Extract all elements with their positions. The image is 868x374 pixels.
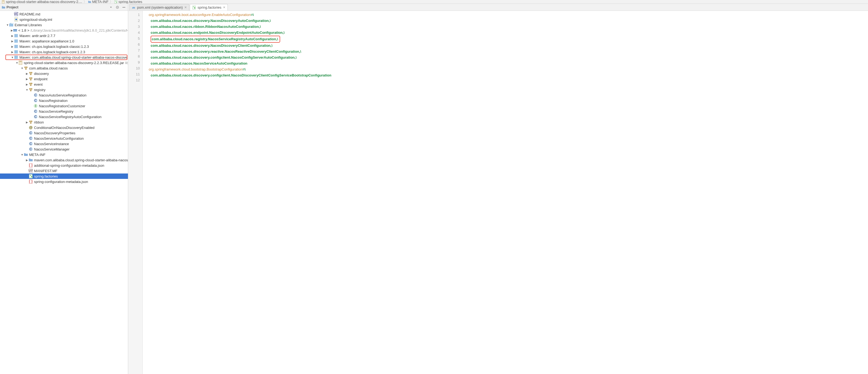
tree-row[interactable]: ▶event <box>0 82 128 87</box>
project-settings-button[interactable] <box>115 5 120 10</box>
lib-icon <box>14 50 18 54</box>
tab-label: spring.factories <box>197 5 221 9</box>
tree-row[interactable]: README.md <box>0 11 128 17</box>
breadcrumb-item[interactable]: spring-cloud-starter-alibaba-nacos-disco… <box>6 0 82 4</box>
code-line[interactable]: org.springframework.cloud.bootstrap.Boot… <box>146 66 868 73</box>
editor-tab[interactable]: pom.xml (system-application)✕ <box>129 4 189 10</box>
code-line[interactable]: com.alibaba.cloud.nacos.registry.NacosSe… <box>146 36 868 43</box>
tree-row[interactable]: ▶Maven: antlr:antlr:2.7.7 <box>0 33 128 38</box>
editor-tab[interactable]: spring.factories✕ <box>190 4 228 10</box>
tree-row[interactable]: ▶Maven: ch.qos.logback:logback-core:1.2.… <box>0 49 128 55</box>
tree-row[interactable]: NacosAutoServiceRegistration <box>0 92 128 98</box>
tree-arrow-icon[interactable]: ▼ <box>16 61 18 64</box>
tree-label: NacosRegistrationCustomizer <box>39 104 85 108</box>
lib-icon <box>14 55 18 59</box>
tree-row[interactable]: NacosServiceInstance <box>0 141 128 146</box>
breadcrumb-item[interactable]: spring.factories <box>119 0 142 4</box>
tree-row[interactable]: ▶discovery <box>0 71 128 76</box>
tree-row[interactable]: ▼spring-cloud-starter-alibaba-nacos-disc… <box>0 60 128 65</box>
tree-row[interactable]: spring-configuration-metadata.json <box>0 179 128 184</box>
tree-arrow-icon[interactable]: ▶ <box>11 40 14 43</box>
tree-row[interactable]: ▼registry <box>0 87 128 92</box>
tree-row[interactable]: ▼External Libraries <box>0 22 128 28</box>
tree-arrow-icon[interactable]: ▼ <box>21 153 24 156</box>
tree-label: Maven: antlr:antlr:2.7.7 <box>20 34 55 38</box>
tree-row[interactable]: springcloud-study.iml <box>0 17 128 22</box>
gutter-line: 1 <box>128 12 140 18</box>
tree-row[interactable]: ▶< 1.8 > /Library/Java/JavaVirtualMachin… <box>0 28 128 33</box>
sf-icon <box>192 6 196 9</box>
tree-row[interactable]: ConditionalOnNacosDiscoveryEnabled <box>0 125 128 130</box>
tree-label: spring-configuration-metadata.json <box>34 180 88 184</box>
tree-row[interactable]: NacosServiceRegistry <box>0 109 128 114</box>
project-tree[interactable]: README.mdspringcloud-study.iml▼External … <box>0 11 128 374</box>
tree-row[interactable]: NacosServiceRegistryAutoConfiguration <box>0 114 128 119</box>
tree-arrow-icon[interactable]: ▶ <box>25 83 29 86</box>
editor-body[interactable]: 123456789101112 org.springframework.boot… <box>128 11 868 374</box>
sf-icon <box>114 0 117 3</box>
tree-arrow-icon[interactable]: ▶ <box>11 34 14 37</box>
tree-arrow-icon[interactable]: ▼ <box>11 56 14 59</box>
tree-row[interactable]: NacosServiceAutoConfiguration <box>0 136 128 141</box>
jar-icon <box>2 0 5 3</box>
tree-arrow-icon[interactable]: ▼ <box>25 88 29 91</box>
tree-arrow-icon[interactable]: ▶ <box>25 72 29 75</box>
editor-area: pom.xml (system-application)✕spring.fact… <box>128 4 868 374</box>
tree-arrow-icon[interactable]: ▶ <box>11 51 14 54</box>
editor-code[interactable]: org.springframework.boot.autoconfigure.E… <box>143 11 868 374</box>
tree-row[interactable]: NacosServiceManager <box>0 146 128 152</box>
md-icon <box>14 12 18 16</box>
breadcrumb-item[interactable]: META-INF <box>92 0 108 4</box>
tree-row[interactable]: ▶Maven: aopalliance:aopalliance:1.0 <box>0 38 128 44</box>
code-line[interactable]: com.alibaba.cloud.nacos.discovery.NacosD… <box>146 18 868 24</box>
folder-icon <box>88 0 91 3</box>
tree-arrow-icon[interactable]: ▶ <box>25 159 29 162</box>
tree-arrow-icon[interactable]: ▶ <box>25 78 29 81</box>
tree-label: README.md <box>20 12 40 16</box>
project-view-dropdown[interactable] <box>108 5 113 10</box>
editor-tab-bar: pom.xml (system-application)✕spring.fact… <box>128 4 868 11</box>
iml-icon <box>14 17 18 22</box>
code-line[interactable]: com.alibaba.cloud.nacos.NacosServiceAuto… <box>146 60 868 66</box>
tab-close-icon[interactable]: ✕ <box>184 6 187 9</box>
tree-row[interactable]: ▶ribbon <box>0 119 128 125</box>
tree-row[interactable]: ▼com.alibaba.cloud.nacos <box>0 65 128 71</box>
pkg-icon <box>24 66 28 70</box>
project-collapse-button[interactable] <box>121 5 126 10</box>
code-line[interactable]: com.alibaba.cloud.nacos.discovery.config… <box>146 55 868 60</box>
code-line[interactable]: com.alibaba.cloud.nacos.discovery.reacti… <box>146 49 868 55</box>
tree-row[interactable]: spring.factories <box>0 173 128 179</box>
tree-label: NacosServiceManager <box>34 147 70 151</box>
tree-row[interactable]: ▼META-INF <box>0 152 128 157</box>
tree-row[interactable]: ▼Maven: com.alibaba.cloud:spring-cloud-s… <box>0 55 128 60</box>
tree-row[interactable]: NacosRegistration <box>0 98 128 103</box>
code-line[interactable]: com.alibaba.cloud.nacos.discovery.NacosD… <box>146 43 868 49</box>
tree-row[interactable]: NacosDiscoveryProperties <box>0 130 128 136</box>
tree-arrow-icon[interactable]: ▼ <box>21 67 24 70</box>
gutter-line: 2 <box>128 18 140 24</box>
tree-row[interactable]: ▶endpoint <box>0 76 128 82</box>
tree-suffix: /Library/Java/JavaVirtualMachines/jdk1.8… <box>30 28 128 32</box>
tree-arrow-icon[interactable]: ▼ <box>6 24 9 27</box>
tree-row[interactable]: ▶maven.com.alibaba.cloud.spring-cloud-st… <box>0 157 128 163</box>
tree-row[interactable]: MANIFEST.MF <box>0 168 128 173</box>
code-line[interactable]: com.alibaba.cloud.nacos.ribbon.RibbonNac… <box>146 24 868 30</box>
code-line[interactable]: com.alibaba.cloud.nacos.endpoint.NacosDi… <box>146 30 868 36</box>
tree-label: < 1.8 > <box>18 28 29 32</box>
code-line[interactable]: org.springframework.boot.autoconfigure.E… <box>146 12 868 18</box>
tree-label: endpoint <box>34 77 48 81</box>
gutter-line: 5 <box>128 36 140 41</box>
tree-row[interactable]: additional-spring-configuration-metadata… <box>0 163 128 168</box>
tree-arrow-icon[interactable]: ▶ <box>25 121 29 124</box>
tree-arrow-icon[interactable]: ▶ <box>11 29 13 32</box>
gutter-line: 8 <box>128 54 140 59</box>
tree-row[interactable]: NacosRegistrationCustomizer <box>0 103 128 109</box>
tree-row[interactable]: ▶Maven: ch.qos.logback:logback-classic:1… <box>0 44 128 49</box>
code-line[interactable]: com.alibaba.cloud.nacos.discovery.config… <box>146 73 868 78</box>
tab-label: pom.xml (system-application) <box>137 5 183 9</box>
tab-close-icon[interactable]: ✕ <box>223 6 225 9</box>
tree-label: NacosServiceRegistryAutoConfiguration <box>39 115 101 119</box>
int-icon <box>33 104 38 108</box>
tree-arrow-icon[interactable]: ▶ <box>11 45 14 48</box>
tree-label: Maven: com.alibaba.cloud:spring-cloud-st… <box>20 55 127 59</box>
